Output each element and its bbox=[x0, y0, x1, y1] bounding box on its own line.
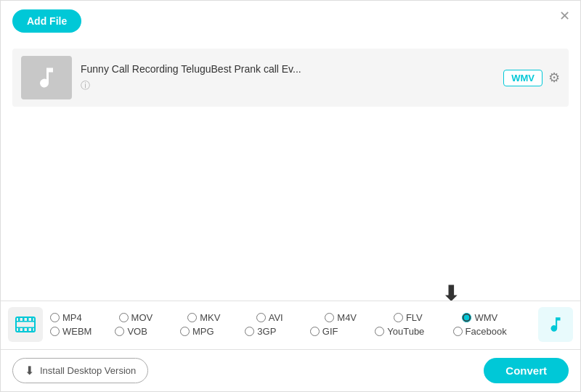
format-option-vob[interactable]: VOB bbox=[115, 326, 179, 337]
add-file-button[interactable]: Add File bbox=[12, 9, 81, 33]
file-list: Funny Call Recording TeluguBest Prank ca… bbox=[1, 41, 580, 114]
music-icon-box bbox=[538, 307, 573, 342]
settings-button[interactable]: ⚙ bbox=[548, 70, 560, 86]
format-row-1: MP4 MOV MKV AVI M4V bbox=[50, 312, 531, 323]
file-actions: WMV ⚙ bbox=[503, 70, 560, 86]
format-option-webm[interactable]: WEBM bbox=[50, 326, 115, 337]
file-thumbnail bbox=[21, 56, 72, 99]
format-option-3gp[interactable]: 3GP bbox=[245, 326, 309, 337]
film-icon bbox=[15, 314, 36, 335]
format-option-mov[interactable]: MOV bbox=[119, 312, 188, 323]
format-row-2: WEBM VOB MPG 3GP GIF bbox=[50, 326, 531, 337]
format-option-youtube[interactable]: YouTube bbox=[375, 326, 452, 337]
format-bar: MP4 MOV MKV AVI M4V bbox=[1, 301, 580, 348]
format-option-mp4[interactable]: MP4 bbox=[50, 312, 119, 323]
format-option-mkv[interactable]: MKV bbox=[187, 312, 256, 323]
format-option-mpg[interactable]: MPG bbox=[180, 326, 245, 337]
svg-rect-8 bbox=[23, 328, 25, 332]
format-option-m4v[interactable]: M4V bbox=[325, 312, 394, 323]
svg-rect-5 bbox=[27, 317, 29, 321]
svg-rect-10 bbox=[31, 328, 33, 332]
file-item: Funny Call Recording TeluguBest Prank ca… bbox=[12, 49, 569, 107]
install-button[interactable]: ⬇ Install Desktop Version bbox=[12, 358, 148, 383]
svg-rect-6 bbox=[31, 317, 33, 321]
format-option-flv[interactable]: FLV bbox=[394, 312, 463, 323]
close-button[interactable]: ✕ bbox=[559, 8, 570, 24]
svg-rect-4 bbox=[23, 317, 25, 321]
svg-rect-9 bbox=[27, 328, 29, 332]
format-option-gif[interactable]: GIF bbox=[310, 326, 375, 337]
footer: ⬇ Install Desktop Version Convert bbox=[1, 349, 580, 391]
music-icon bbox=[33, 65, 60, 91]
svg-rect-3 bbox=[18, 317, 20, 321]
format-option-avi[interactable]: AVI bbox=[256, 312, 325, 323]
audio-icon bbox=[546, 315, 565, 334]
format-option-facebook[interactable]: Facebook bbox=[453, 326, 531, 337]
header: Add File bbox=[1, 1, 580, 41]
svg-rect-7 bbox=[18, 328, 20, 332]
install-label: Install Desktop Version bbox=[40, 365, 136, 376]
file-meta: ⓘ bbox=[81, 79, 495, 92]
svg-rect-1 bbox=[16, 321, 35, 322]
info-icon[interactable]: ⓘ bbox=[81, 79, 90, 92]
file-info: Funny Call Recording TeluguBest Prank ca… bbox=[81, 63, 495, 92]
convert-button[interactable]: Convert bbox=[484, 358, 569, 383]
format-option-wmv[interactable]: WMV bbox=[462, 312, 531, 323]
empty-area bbox=[1, 114, 580, 274]
video-format-icon-box bbox=[8, 307, 43, 342]
download-icon: ⬇ bbox=[25, 364, 34, 377]
format-badge[interactable]: WMV bbox=[503, 70, 543, 86]
file-name: Funny Call Recording TeluguBest Prank ca… bbox=[81, 63, 495, 75]
svg-rect-2 bbox=[16, 327, 35, 329]
